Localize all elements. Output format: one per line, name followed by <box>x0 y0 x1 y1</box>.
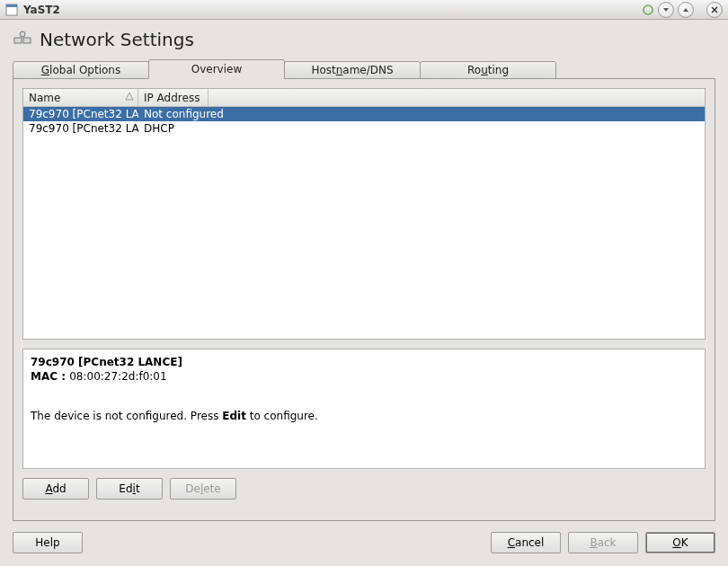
app-menu-icon[interactable] <box>5 4 18 16</box>
sort-asc-icon <box>125 91 134 106</box>
back-button[interactable]: Back <box>568 532 638 553</box>
svg-point-5 <box>20 31 25 37</box>
cancel-button[interactable]: Cancel <box>491 532 561 553</box>
svg-rect-3 <box>14 38 22 43</box>
tab-panel: Name IP Address 79c970 [PCnet32 LANCE] N… <box>13 78 715 521</box>
table-row[interactable]: 79c970 [PCnet32 LANCE] DHCP <box>23 121 705 136</box>
network-settings-icon <box>13 30 32 49</box>
detail-device-name: 79c970 [PCnet32 LANCE] <box>31 355 697 369</box>
suse-logo-icon <box>642 4 654 16</box>
add-button[interactable]: Add <box>22 478 89 500</box>
device-details: 79c970 [PCnet32 LANCE] MAC : 08:00:27:2d… <box>22 349 706 469</box>
table-body: 79c970 [PCnet32 LANCE] Not configured 79… <box>23 107 705 136</box>
page-header: Network Settings <box>13 29 715 50</box>
svg-rect-1 <box>6 4 17 7</box>
detail-mac: MAC : 08:00:27:2d:f0:01 <box>31 369 697 384</box>
tab-global-options[interactable]: Global Options <box>13 61 149 79</box>
svg-point-2 <box>644 5 653 14</box>
detail-status: The device is not configured. Press Edit… <box>31 409 697 423</box>
edit-button[interactable]: Edit <box>96 478 163 500</box>
tab-routing[interactable]: Routing <box>420 61 556 79</box>
page-title: Network Settings <box>40 29 194 50</box>
dialog-buttons: Help Cancel Back OK <box>13 532 715 553</box>
titlebar[interactable]: YaST2 <box>0 0 728 20</box>
workarea: Network Settings Global Options Overview… <box>0 20 728 566</box>
table-row[interactable]: 79c970 [PCnet32 LANCE] Not configured <box>23 107 705 121</box>
tab-bar: Global Options Overview Hostname/DNS Rou… <box>13 59 715 79</box>
column-header-ip[interactable]: IP Address <box>138 89 209 106</box>
delete-button[interactable]: Delete <box>170 478 236 500</box>
ok-button[interactable]: OK <box>645 532 715 553</box>
devices-table[interactable]: Name IP Address 79c970 [PCnet32 LANCE] N… <box>22 88 706 340</box>
table-header: Name IP Address <box>23 89 705 107</box>
tab-hostname-dns[interactable]: Hostname/DNS <box>284 61 421 79</box>
close-button[interactable] <box>706 2 723 18</box>
help-button[interactable]: Help <box>13 532 83 553</box>
window-title: YaST2 <box>23 4 638 16</box>
column-header-name[interactable]: Name <box>23 89 138 106</box>
svg-rect-4 <box>23 38 31 43</box>
device-action-buttons: Add Edit Delete <box>22 478 706 500</box>
minimize-button[interactable] <box>658 2 674 18</box>
maximize-button[interactable] <box>678 2 694 18</box>
tab-overview[interactable]: Overview <box>148 59 285 79</box>
